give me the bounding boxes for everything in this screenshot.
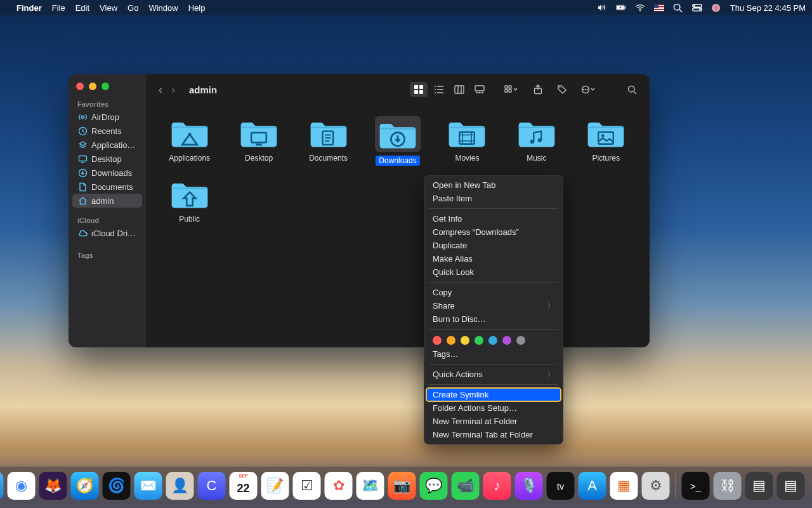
group-by-button[interactable] — [500, 82, 523, 97]
dock-trash[interactable]: 🗑️ — [809, 472, 813, 500]
dock-calendar[interactable]: SEP22 — [230, 472, 258, 500]
app-name[interactable]: Finder — [16, 3, 42, 13]
sidebar-item-documents[interactable]: Documents — [72, 180, 142, 194]
folder-content[interactable]: ApplicationsDesktopDocumentsDownloadsMov… — [146, 105, 650, 347]
dock-tv[interactable]: tv — [547, 472, 575, 500]
action-button[interactable] — [577, 82, 599, 97]
menu-view[interactable]: View — [100, 3, 117, 13]
dock-podcasts[interactable]: 🎙️ — [515, 472, 543, 500]
folder-item-desktop[interactable]: Desktop — [226, 116, 291, 166]
menu-go[interactable]: Go — [128, 3, 138, 13]
dock-settings[interactable]: ⚙︎ — [642, 472, 670, 500]
dock-maps[interactable]: 🗺️ — [357, 472, 384, 500]
dock-photos[interactable]: ✿ — [325, 472, 353, 500]
input-source-flag-icon[interactable] — [654, 4, 664, 11]
folder-item-music[interactable]: Music — [504, 116, 568, 166]
menu-item[interactable]: Create Symlink — [426, 388, 561, 401]
menu-item[interactable]: New Terminal Tab at Folder — [424, 428, 563, 441]
dock-automator[interactable]: ⛓ — [714, 472, 742, 500]
tag-color-dot[interactable] — [488, 336, 497, 345]
menu-window[interactable]: Window — [148, 3, 178, 13]
menu-item[interactable]: Tags… — [424, 347, 563, 361]
dock-facetime[interactable]: 📹 — [452, 472, 480, 500]
svg-rect-28 — [505, 90, 508, 92]
menu-item[interactable]: Share〉 — [424, 299, 563, 312]
dock-notes[interactable]: 📝 — [261, 472, 289, 500]
folder-item-documents[interactable]: Documents — [296, 116, 360, 166]
tag-color-dot[interactable] — [461, 336, 469, 345]
folder-item-applications[interactable]: Applications — [157, 116, 221, 166]
folder-item-pictures[interactable]: Pictures — [574, 116, 638, 166]
dock-terminal[interactable]: >_ — [682, 472, 710, 500]
menu-item[interactable]: Quick Look — [424, 265, 563, 279]
folder-item-public[interactable]: Public — [157, 177, 221, 224]
folder-item-downloads[interactable]: Downloads — [365, 116, 429, 166]
tag-color-dot[interactable] — [516, 336, 525, 345]
battery-icon[interactable] — [616, 3, 626, 13]
dock-mail[interactable]: ✉️ — [134, 472, 162, 500]
sidebar-item-applications[interactable]: Applicatio… — [72, 138, 142, 152]
dock-contacts[interactable]: 👤 — [166, 472, 194, 500]
dock-stack1[interactable]: ▤ — [745, 472, 773, 500]
gallery-view-button[interactable] — [471, 82, 488, 97]
menu-item[interactable]: Folder Actions Setup… — [424, 401, 563, 415]
control-center-icon[interactable] — [692, 3, 702, 13]
menu-help[interactable]: Help — [188, 3, 206, 13]
minimize-button[interactable] — [89, 83, 96, 90]
spotlight-icon[interactable] — [673, 3, 683, 13]
menu-item[interactable]: Compress “Downloads” — [424, 225, 563, 239]
sidebar-item-icloud-drive[interactable]: iCloud Dri… — [72, 226, 142, 240]
menu-item[interactable]: Make Alias — [424, 252, 563, 265]
dock-ms365[interactable]: ▦ — [610, 472, 638, 500]
tag-color-dot[interactable] — [502, 336, 511, 345]
sidebar-item-admin[interactable]: admin — [72, 194, 142, 208]
dock-music[interactable]: ♪ — [483, 472, 511, 500]
applications-icon — [77, 140, 88, 150]
dock-chrome[interactable]: ◉ — [8, 472, 36, 500]
tag-color-dot[interactable] — [447, 336, 455, 345]
icon-view-button[interactable] — [410, 82, 428, 97]
volume-icon[interactable] — [597, 3, 607, 13]
sidebar-item-downloads[interactable]: Downloads — [72, 166, 142, 180]
menu-file[interactable]: File — [52, 3, 65, 13]
status-item-icon[interactable] — [711, 3, 721, 13]
dock-siri[interactable]: 🌀 — [103, 472, 131, 500]
menu-item[interactable]: Copy — [424, 286, 563, 299]
dock-stack2[interactable]: ▤ — [777, 472, 805, 500]
search-button[interactable] — [623, 82, 641, 97]
dock-photobooth[interactable]: 📷 — [388, 472, 416, 500]
close-button[interactable] — [76, 83, 84, 90]
forward-button[interactable]: › — [171, 83, 175, 97]
menu-edit[interactable]: Edit — [75, 3, 89, 13]
svg-point-31 — [560, 87, 561, 88]
dock-reminders[interactable]: ☑︎ — [293, 472, 321, 500]
dock-appstore[interactable]: A — [579, 472, 606, 500]
dock-app-c[interactable]: C — [198, 472, 226, 500]
menu-item[interactable]: Get Info — [424, 212, 563, 225]
column-view-button[interactable] — [450, 82, 468, 97]
sidebar-item-desktop[interactable]: Desktop — [72, 152, 142, 166]
folder-item-movies[interactable]: Movies — [435, 116, 499, 166]
tags-button[interactable] — [553, 82, 571, 97]
menu-item[interactable]: Open in New Tab — [424, 178, 563, 192]
menu-item[interactable]: Paste Item — [424, 192, 563, 205]
clock[interactable]: Thu Sep 22 4:45 PM — [730, 3, 806, 13]
share-button[interactable] — [529, 82, 547, 97]
menu-separator — [429, 282, 558, 283]
fullscreen-button[interactable] — [102, 83, 109, 90]
wifi-icon[interactable] — [635, 3, 645, 13]
dock-safari[interactable]: 🧭 — [71, 472, 99, 500]
tag-color-dot[interactable] — [475, 336, 483, 345]
menu-item[interactable]: New Terminal at Folder — [424, 415, 563, 428]
sidebar-item-airdrop[interactable]: AirDrop — [72, 110, 142, 124]
dock-messages[interactable]: 💬 — [420, 472, 448, 500]
menu-item[interactable]: Quick Actions〉 — [424, 368, 563, 381]
menu-item[interactable]: Duplicate — [424, 239, 563, 252]
tag-color-dot[interactable] — [433, 336, 442, 345]
list-view-button[interactable] — [430, 82, 448, 97]
menu-item[interactable]: Burn to Disc… — [424, 312, 563, 326]
dock-firefox[interactable]: 🦊 — [39, 472, 67, 500]
back-button[interactable]: ‹ — [159, 83, 162, 97]
dock-finder[interactable]: 🙂 — [0, 472, 4, 500]
sidebar-item-recents[interactable]: Recents — [72, 124, 142, 138]
